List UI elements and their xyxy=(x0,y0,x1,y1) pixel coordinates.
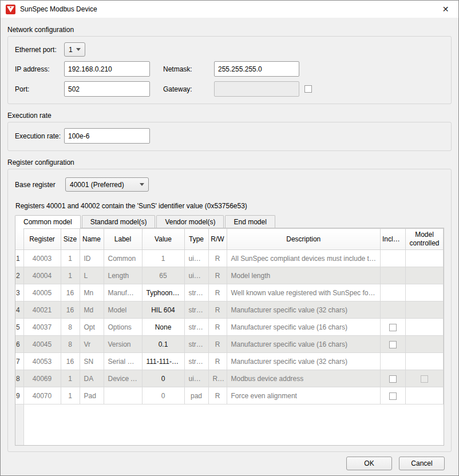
cell-name[interactable]: SN xyxy=(80,353,104,370)
cell-label[interactable]: Model xyxy=(104,302,142,319)
port-field[interactable] xyxy=(64,81,150,97)
cell-include[interactable] xyxy=(381,284,406,302)
execution-rate-field[interactable] xyxy=(64,128,150,144)
cell-size[interactable]: 1 xyxy=(61,370,80,387)
netmask-field[interactable] xyxy=(214,61,299,77)
cell-rw[interactable]: R xyxy=(208,302,227,319)
cell-label[interactable]: Length xyxy=(104,267,142,284)
cell-name[interactable]: L xyxy=(80,267,104,284)
cell-name[interactable]: Vr xyxy=(80,336,104,353)
cell-value[interactable]: 111-111-111 xyxy=(142,353,184,370)
include-checkbox[interactable] xyxy=(389,341,397,348)
cell-type[interactable]: uint16 xyxy=(184,267,208,284)
cell-model-controlled[interactable] xyxy=(406,319,444,336)
cell-include[interactable] xyxy=(381,353,406,370)
cell-description[interactable]: Model length xyxy=(227,267,381,284)
cell-size[interactable]: 1 xyxy=(61,267,80,284)
cell-size[interactable]: 16 xyxy=(61,302,80,319)
cell-description[interactable]: Force even alignment xyxy=(227,387,381,404)
cell-include[interactable] xyxy=(381,319,406,336)
cell-register[interactable]: 40037 xyxy=(23,319,61,336)
tab-end-model[interactable]: End model xyxy=(225,215,275,228)
cell-register[interactable]: 40021 xyxy=(23,302,61,319)
include-checkbox[interactable] xyxy=(389,375,397,383)
cell-rw[interactable]: R xyxy=(208,267,227,284)
close-icon[interactable]: ✕ xyxy=(433,1,458,18)
table-row[interactable]: 9 40070 1 Pad 0 pad R Force even alignme… xyxy=(15,387,444,404)
cell-rw[interactable]: R xyxy=(208,319,227,336)
cell-rw[interactable]: R xyxy=(208,336,227,353)
cell-value[interactable]: None xyxy=(142,319,184,336)
table-row[interactable]: 8 40069 1 DA Device Address 0 uint16 RW … xyxy=(15,370,444,387)
table-row[interactable]: 3 40005 16 Mn Manufacturer Typhoon HIL s… xyxy=(15,284,444,302)
cell-register[interactable]: 40045 xyxy=(23,336,61,353)
cell-register[interactable]: 40003 xyxy=(23,250,61,267)
cell-model-controlled[interactable] xyxy=(406,267,444,284)
cell-include[interactable] xyxy=(381,370,406,387)
cell-label[interactable] xyxy=(104,387,142,404)
cell-include[interactable] xyxy=(381,267,406,284)
gateway-enable-checkbox[interactable] xyxy=(304,85,312,93)
cell-name[interactable]: DA xyxy=(80,370,104,387)
ok-button[interactable]: OK xyxy=(346,457,392,470)
cell-name[interactable]: ID xyxy=(80,250,104,267)
table-row[interactable]: 1 40003 1 ID Common 1 uint16 R All SunSp… xyxy=(15,250,444,267)
cell-model-controlled[interactable] xyxy=(406,370,444,387)
cell-label[interactable]: Device Address xyxy=(104,370,142,387)
cell-value[interactable]: HIL 604 xyxy=(142,302,184,319)
cell-label[interactable]: Serial Number xyxy=(104,353,142,370)
cell-rw[interactable]: R xyxy=(208,353,227,370)
cell-register[interactable]: 40070 xyxy=(23,387,61,404)
cell-register[interactable]: 40005 xyxy=(23,284,61,302)
cell-type[interactable]: pad xyxy=(184,387,208,404)
include-checkbox[interactable] xyxy=(389,392,397,400)
cell-size[interactable]: 8 xyxy=(61,336,80,353)
cell-size[interactable]: 16 xyxy=(61,353,80,370)
cell-label[interactable]: Options xyxy=(104,319,142,336)
cell-name[interactable]: Md xyxy=(80,302,104,319)
cell-model-controlled[interactable] xyxy=(406,250,444,267)
cancel-button[interactable]: Cancel xyxy=(399,457,445,470)
cell-model-controlled[interactable] xyxy=(406,387,444,404)
cell-include[interactable] xyxy=(381,302,406,319)
cell-size[interactable]: 8 xyxy=(61,319,80,336)
cell-label[interactable]: Manufacturer xyxy=(104,284,142,302)
tab-common-model[interactable]: Common model xyxy=(15,215,81,228)
cell-type[interactable]: string xyxy=(184,319,208,336)
cell-type[interactable]: string xyxy=(184,353,208,370)
tab-standard-model-s[interactable]: Standard model(s) xyxy=(82,215,156,228)
cell-value[interactable]: 0 xyxy=(142,387,184,404)
cell-register[interactable]: 40053 xyxy=(23,353,61,370)
cell-rw[interactable]: RW xyxy=(208,370,227,387)
cell-size[interactable]: 1 xyxy=(61,387,80,404)
cell-name[interactable]: Pad xyxy=(80,387,104,404)
cell-value[interactable]: 65 xyxy=(142,267,184,284)
cell-description[interactable]: Manufacturer specific value (32 chars) xyxy=(227,302,381,319)
ip-address-field[interactable] xyxy=(64,61,150,77)
cell-model-controlled[interactable] xyxy=(406,353,444,370)
cell-name[interactable]: Mn xyxy=(80,284,104,302)
cell-description[interactable]: Modbus device address xyxy=(227,370,381,387)
cell-type[interactable]: string xyxy=(184,302,208,319)
cell-rw[interactable]: R xyxy=(208,250,227,267)
cell-size[interactable]: 1 xyxy=(61,250,80,267)
cell-value[interactable]: 0.1 xyxy=(142,336,184,353)
cell-description[interactable]: Manufacturer specific value (32 chars) xyxy=(227,353,381,370)
cell-register[interactable]: 40069 xyxy=(23,370,61,387)
table-row[interactable]: 7 40053 16 SN Serial Number 111-111-111 … xyxy=(15,353,444,370)
cell-rw[interactable]: R xyxy=(208,284,227,302)
cell-register[interactable]: 40004 xyxy=(23,267,61,284)
cell-model-controlled[interactable] xyxy=(406,284,444,302)
cell-type[interactable]: string xyxy=(184,336,208,353)
cell-value[interactable]: 0 xyxy=(142,370,184,387)
table-row[interactable]: 2 40004 1 L Length 65 uint16 R Model len… xyxy=(15,267,444,284)
cell-label[interactable]: Version xyxy=(104,336,142,353)
cell-type[interactable]: uint16 xyxy=(184,250,208,267)
cell-type[interactable]: string xyxy=(184,284,208,302)
include-checkbox[interactable] xyxy=(389,324,397,331)
cell-type[interactable]: uint16 xyxy=(184,370,208,387)
cell-size[interactable]: 16 xyxy=(61,284,80,302)
cell-label[interactable]: Common xyxy=(104,250,142,267)
table-row[interactable]: 6 40045 8 Vr Version 0.1 string R Manufa… xyxy=(15,336,444,353)
cell-value[interactable]: Typhoon HIL xyxy=(142,284,184,302)
